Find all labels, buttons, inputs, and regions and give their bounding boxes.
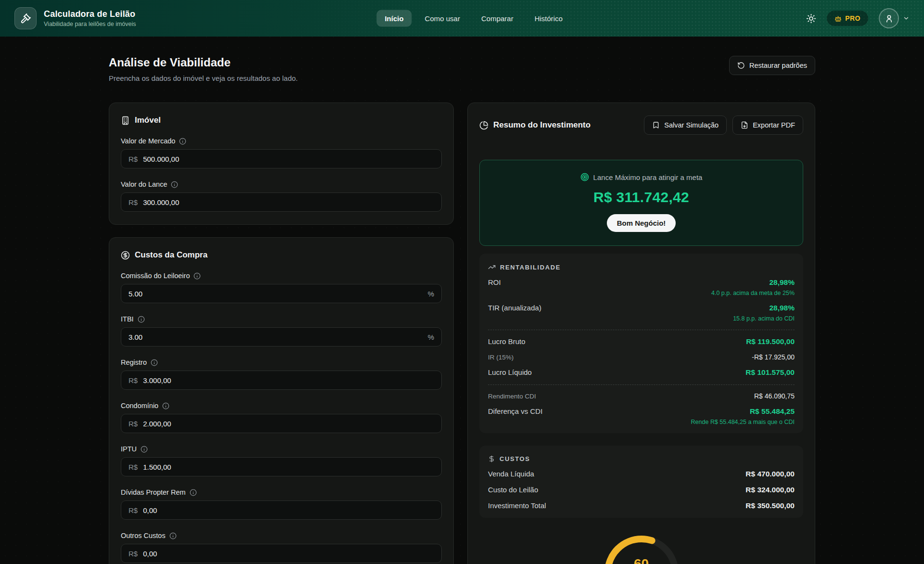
outros-custos-label: Outros Custos bbox=[121, 532, 166, 539]
lucro-liquido-row: Lucro Líquido R$ 101.575,00 bbox=[488, 368, 795, 377]
field-valor-de-mercado: Valor de Mercado R$ bbox=[121, 137, 442, 168]
outros-custos-input[interactable] bbox=[143, 550, 434, 558]
pie-chart-icon bbox=[479, 121, 488, 130]
max-bid-label: Lance Máximo para atingir a meta bbox=[593, 173, 703, 181]
rentabilidade-title: RENTABILIDADE bbox=[500, 264, 561, 271]
save-simulation-button[interactable]: Salvar Simulação bbox=[644, 115, 727, 135]
info-icon[interactable] bbox=[141, 446, 148, 453]
export-pdf-label: Exportar PDF bbox=[753, 121, 795, 129]
divider bbox=[488, 330, 795, 330]
nav-item-comparar[interactable]: Comparar bbox=[473, 10, 522, 27]
deal-quality-badge[interactable]: Bom Negócio! bbox=[607, 214, 676, 232]
itbi-input[interactable] bbox=[128, 333, 423, 341]
gauge-value: 60 bbox=[479, 556, 803, 564]
percent-suffix: % bbox=[428, 333, 434, 341]
account-menu[interactable] bbox=[879, 8, 910, 28]
page-subtitle: Preencha os dados do imóvel e veja os re… bbox=[109, 74, 298, 82]
registro-input[interactable] bbox=[143, 376, 434, 385]
itbi-label: ITBI bbox=[121, 315, 134, 323]
field-condominio: Condomínio R$ bbox=[121, 402, 442, 433]
page-title: Análise de Viabilidade bbox=[109, 56, 298, 69]
custos-card-title: Custos da Compra bbox=[135, 250, 207, 260]
chevron-down-icon bbox=[903, 15, 910, 22]
sun-icon bbox=[806, 13, 816, 24]
building-icon bbox=[121, 116, 130, 125]
pro-badge[interactable]: PRO bbox=[827, 11, 868, 26]
imovel-card: Imóvel Valor de Mercado R$ bbox=[109, 103, 454, 225]
target-icon bbox=[580, 173, 589, 181]
percent-suffix: % bbox=[428, 290, 434, 298]
registro-label: Registro bbox=[121, 359, 147, 366]
currency-prefix: R$ bbox=[128, 376, 138, 385]
currency-prefix: R$ bbox=[128, 420, 138, 428]
field-dividas-propter-rem: Dívidas Propter Rem R$ bbox=[121, 488, 442, 520]
export-pdf-button[interactable]: Exportar PDF bbox=[732, 115, 803, 135]
custos-panel: CUSTOS Venda Líquida R$ 470.000,00 Custo… bbox=[479, 446, 803, 518]
gavel-icon bbox=[20, 13, 31, 24]
diferenca-cdi-subtext: Rende R$ 55.484,25 a mais que o CDI bbox=[488, 419, 795, 425]
rendimento-cdi-row: Rendimento CDI R$ 46.090,75 bbox=[488, 392, 795, 400]
max-bid-value: R$ 311.742,42 bbox=[489, 189, 793, 205]
valor-de-mercado-input[interactable] bbox=[143, 155, 434, 163]
avatar bbox=[879, 8, 899, 28]
max-bid-box: Lance Máximo para atingir a meta R$ 311.… bbox=[479, 160, 803, 246]
circle-dollar-icon bbox=[121, 251, 130, 260]
divider bbox=[488, 385, 795, 385]
summary-card: Resumo do Investimento Salvar Simulação bbox=[467, 103, 815, 564]
info-icon[interactable] bbox=[193, 272, 201, 280]
currency-prefix: R$ bbox=[128, 463, 138, 471]
info-icon[interactable] bbox=[179, 138, 186, 145]
condominio-input[interactable] bbox=[143, 420, 434, 428]
valor-do-lance-input[interactable] bbox=[143, 198, 434, 206]
restore-defaults-label: Restaurar padrões bbox=[749, 62, 807, 69]
page-head: Análise de Viabilidade Preencha os dados… bbox=[109, 56, 815, 82]
info-icon[interactable] bbox=[171, 181, 178, 188]
nav-item-historico[interactable]: Histórico bbox=[526, 10, 571, 27]
venda-liquida-row: Venda Líquida R$ 470.000,00 bbox=[488, 470, 795, 478]
brand: Calculadora de Leilão Viabilidade para l… bbox=[14, 7, 136, 29]
save-simulation-label: Salvar Simulação bbox=[664, 121, 719, 129]
info-icon[interactable] bbox=[169, 532, 177, 539]
score-gauge: 60 Pontuação bbox=[479, 530, 803, 564]
dividas-input[interactable] bbox=[143, 506, 434, 514]
user-icon bbox=[885, 14, 894, 23]
nav-item-inicio[interactable]: Início bbox=[376, 10, 411, 27]
imovel-card-title: Imóvel bbox=[135, 115, 161, 125]
tir-row: TIR (anualizada) 28,98% bbox=[488, 304, 795, 312]
condominio-label: Condomínio bbox=[121, 402, 158, 410]
iptu-input[interactable] bbox=[143, 463, 434, 471]
restore-defaults-button[interactable]: Restaurar padrões bbox=[729, 56, 815, 75]
field-outros-custos: Outros Custos R$ bbox=[121, 532, 442, 563]
info-icon[interactable] bbox=[151, 359, 158, 366]
diferenca-cdi-row: Diferença vs CDI R$ 55.484,25 bbox=[488, 407, 795, 416]
comissao-label: Comissão do Leiloeiro bbox=[121, 272, 190, 280]
app-subtitle: Viabilidade para leilões de imóveis bbox=[44, 21, 136, 27]
info-icon[interactable] bbox=[138, 316, 145, 323]
nav-item-como-usar[interactable]: Como usar bbox=[417, 10, 468, 27]
custos-compra-card: Custos da Compra Comissão do Leiloeiro % bbox=[109, 237, 454, 564]
pro-label: PRO bbox=[845, 14, 860, 22]
field-valor-do-lance: Valor do Lance R$ bbox=[121, 180, 442, 212]
rotate-ccw-icon bbox=[737, 62, 745, 69]
file-download-icon bbox=[741, 121, 748, 129]
tir-subtext: 15.8 p.p. acima do CDI bbox=[488, 315, 795, 322]
currency-prefix: R$ bbox=[128, 506, 138, 514]
crown-icon bbox=[834, 15, 842, 22]
roi-subtext: 4.0 p.p. acima da meta de 25% bbox=[488, 290, 795, 296]
field-comissao-leiloeiro: Comissão do Leiloeiro % bbox=[121, 272, 442, 303]
currency-prefix: R$ bbox=[128, 198, 138, 206]
main-content: Análise de Viabilidade Preencha os dados… bbox=[109, 37, 815, 564]
roi-row: ROI 28,98% bbox=[488, 278, 795, 287]
top-bar: Calculadora de Leilão Viabilidade para l… bbox=[0, 0, 924, 37]
theme-toggle-button[interactable] bbox=[806, 13, 816, 24]
field-iptu: IPTU R$ bbox=[121, 445, 442, 476]
valor-do-lance-label: Valor do Lance bbox=[121, 180, 167, 188]
valor-de-mercado-label: Valor de Mercado bbox=[121, 137, 175, 145]
app-title: Calculadora de Leilão bbox=[44, 9, 136, 19]
field-itbi: ITBI % bbox=[121, 315, 442, 346]
comissao-input[interactable] bbox=[128, 290, 423, 298]
summary-card-title: Resumo do Investimento bbox=[493, 120, 639, 130]
info-icon[interactable] bbox=[190, 489, 197, 496]
main-nav: Início Como usar Comparar Histórico bbox=[376, 10, 571, 27]
info-icon[interactable] bbox=[162, 402, 169, 410]
